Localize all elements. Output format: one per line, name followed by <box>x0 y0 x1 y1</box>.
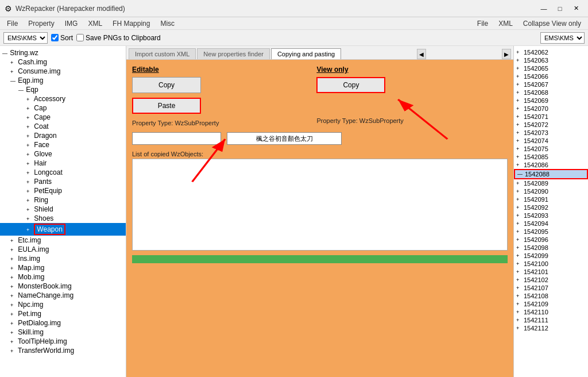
sort-checkbox-label[interactable]: Sort <box>51 34 73 42</box>
tree-item[interactable]: + Longcoat <box>0 168 126 177</box>
right-tree-item[interactable]: + 1542099 <box>514 252 588 260</box>
tree-item[interactable]: + Pet.img <box>0 309 126 318</box>
right-tree-item[interactable]: + 1542107 <box>514 284 588 292</box>
tab-new-properties[interactable]: New properties finder <box>197 48 270 59</box>
menu-item-misc[interactable]: Misc <box>156 18 179 29</box>
menu-right-item-file[interactable]: File <box>473 18 493 29</box>
tree-item[interactable]: + Consume.img <box>0 67 126 76</box>
save-png-checkbox[interactable] <box>76 34 84 41</box>
right-tree-item[interactable]: + 1542062 <box>514 48 588 56</box>
sort-checkbox[interactable] <box>51 34 59 41</box>
tree-item[interactable]: + PetDialog.img <box>0 318 126 328</box>
tree-item[interactable]: + Hair <box>0 159 126 168</box>
menu-right-item-xml[interactable]: XML <box>494 18 517 29</box>
tree-item[interactable]: + Accessory <box>0 94 126 103</box>
tree-item[interactable]: + TransferWorld.img <box>0 346 126 355</box>
tab-nav-prev[interactable]: ◀ <box>417 49 426 59</box>
editable-text-field[interactable] <box>132 132 221 145</box>
tree-item[interactable]: + Pants <box>0 177 126 186</box>
right-tree-item[interactable]: + 1542094 <box>514 220 588 228</box>
right-tree-item[interactable]: + 1542072 <box>514 121 588 129</box>
save-png-label[interactable]: Save PNGs to Clipboard <box>76 34 161 42</box>
tree-item[interactable]: + Map.img <box>0 263 126 272</box>
right-tree-item[interactable]: + 1542096 <box>514 236 588 244</box>
right-tree-item[interactable]: + 1542065 <box>514 64 588 72</box>
tab-import-xml[interactable]: Import custom XML <box>129 48 196 59</box>
minimize-button[interactable]: — <box>536 3 551 14</box>
right-tree-item[interactable]: + 1542093 <box>514 211 588 220</box>
right-tree-item[interactable]: + 1542069 <box>514 97 588 105</box>
tree-item[interactable]: — String.wz <box>0 48 126 57</box>
right-tree-item[interactable]: + 1542086 <box>514 161 588 169</box>
menu-item-fh-mapping[interactable]: FH Mapping <box>108 18 154 29</box>
right-tree-item[interactable]: + 1542101 <box>514 268 588 276</box>
right-tree-item[interactable]: — 1542088 <box>514 169 588 179</box>
right-tree-item[interactable]: + 1542092 <box>514 203 588 211</box>
menu-item-file[interactable]: File <box>2 18 22 29</box>
tree-item[interactable]: — Eqp <box>0 85 126 94</box>
tab-copy-paste[interactable]: Copying and pasting <box>271 48 341 59</box>
close-button[interactable]: ✕ <box>568 3 583 14</box>
tree-item[interactable]: + Dragon <box>0 131 126 140</box>
tree-item[interactable]: + MonsterBook.img <box>0 282 126 291</box>
tree-item[interactable]: + Cap <box>0 103 126 113</box>
menu-item-xml[interactable]: XML <box>83 18 107 29</box>
tree-item[interactable]: + EULA.img <box>0 245 126 254</box>
right-tree-item[interactable]: + 1542070 <box>514 105 588 113</box>
right-tree-item[interactable]: + 1542110 <box>514 308 588 316</box>
tree-item[interactable]: + Cash.img <box>0 57 126 67</box>
tree-item[interactable]: + Face <box>0 140 126 149</box>
viewonly-copy-button[interactable]: Copy <box>316 77 385 93</box>
tree-expand-icon: + <box>26 115 32 121</box>
prop-type-right: Property Type: WzSubProperty <box>316 117 403 124</box>
right-tree-item[interactable]: + 1542067 <box>514 80 588 89</box>
sort-label: Sort <box>60 34 73 42</box>
tree-item[interactable]: + Glove <box>0 149 126 159</box>
tree-item[interactable]: + Ring <box>0 195 126 205</box>
menu-item-property[interactable]: Property <box>24 18 59 29</box>
right-tree-item[interactable]: + 1542073 <box>514 129 588 137</box>
tree-item[interactable]: + NameChange.img <box>0 291 126 300</box>
tree-item[interactable]: + ToolTipHelp.img <box>0 337 126 346</box>
right-tree-item[interactable]: + 1542071 <box>514 113 588 121</box>
right-tree-item[interactable]: + 1542063 <box>514 56 588 64</box>
tree-item[interactable]: + Mob.img <box>0 272 126 282</box>
tree-item[interactable]: + Coat <box>0 122 126 131</box>
right-tree-item[interactable]: + 1542075 <box>514 145 588 153</box>
tree-item[interactable]: + Shield <box>0 205 126 214</box>
tree-item[interactable]: — Eqp.img <box>0 76 126 85</box>
right-tree-item[interactable]: + 1542066 <box>514 72 588 80</box>
right-item-id: 1542089 <box>524 180 548 187</box>
menu-right-item-collapse-view-only[interactable]: Collapse View only <box>519 18 586 29</box>
tree-item[interactable]: + Npc.img <box>0 300 126 309</box>
right-tree-item[interactable]: + 1542068 <box>514 89 588 97</box>
tree-item[interactable]: + Ins.img <box>0 254 126 263</box>
tree-item[interactable]: + Cape <box>0 113 126 122</box>
tree-item[interactable]: + PetEquip <box>0 186 126 195</box>
tree-item[interactable]: + Weapon <box>0 223 126 236</box>
right-tree-item[interactable]: + 1542098 <box>514 244 588 252</box>
tree-item[interactable]: + Etc.img <box>0 236 126 245</box>
right-tree-item[interactable]: + 1542090 <box>514 187 588 195</box>
tree-item[interactable]: + Shoes <box>0 214 126 223</box>
right-tree-item[interactable]: + 1542111 <box>514 316 588 324</box>
right-tree-item[interactable]: + 1542108 <box>514 292 588 300</box>
right-tree-item[interactable]: + 1542095 <box>514 228 588 236</box>
dropdown-left[interactable]: EMS\KMS <box>3 32 48 44</box>
right-tree-item[interactable]: + 1542085 <box>514 153 588 161</box>
right-tree-item[interactable]: + 1542074 <box>514 137 588 145</box>
maximize-button[interactable]: □ <box>552 3 567 14</box>
editable-copy-button[interactable]: Copy <box>132 77 201 93</box>
tab-nav-next[interactable]: ▶ <box>502 49 511 59</box>
menu-item-img[interactable]: IMG <box>60 18 83 29</box>
right-tree-item[interactable]: + 1542109 <box>514 300 588 308</box>
dropdown-right[interactable]: EMS\KMS <box>540 32 585 44</box>
right-tree-item[interactable]: + 1542091 <box>514 195 588 203</box>
tree-item[interactable]: + Skill.img <box>0 328 126 337</box>
right-tree-item[interactable]: + 1542112 <box>514 324 588 332</box>
right-tree-item[interactable]: + 1542089 <box>514 179 588 187</box>
tree-expand-icon: + <box>26 106 32 111</box>
paste-button[interactable]: Paste <box>132 98 201 114</box>
right-tree-item[interactable]: + 1542102 <box>514 276 588 284</box>
right-tree-item[interactable]: + 1542100 <box>514 260 588 268</box>
